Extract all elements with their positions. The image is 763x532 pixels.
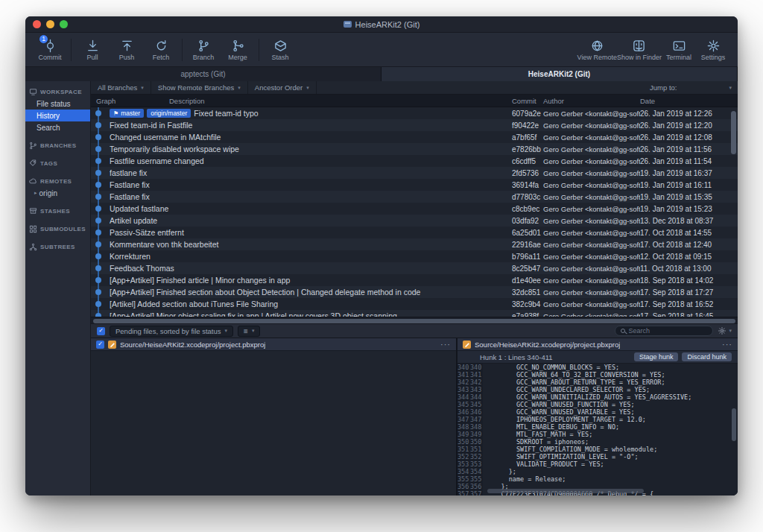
diff-line: 349 349 MTL_FAST_MATH = YES;	[458, 431, 738, 438]
commit-date: 19. Jan 2019 at 16:11	[640, 181, 738, 189]
minimize-button[interactable]	[46, 20, 54, 28]
commit-author: Gero Gerber <kontakt@gg-softw...	[543, 253, 640, 261]
terminal-icon	[672, 39, 686, 53]
terminal-button[interactable]: Terminal	[662, 34, 696, 66]
merge-button[interactable]: Merge	[221, 34, 255, 66]
commit-row[interactable]: Fixed team-id in Fastfile f90422e Gero G…	[91, 119, 738, 131]
commit-row[interactable]: Temporarily disabled workspace wipe e782…	[91, 143, 738, 155]
new-line-number: 349	[470, 431, 483, 438]
traffic-lights	[33, 20, 68, 28]
column-author[interactable]: Author	[543, 97, 564, 105]
commit-row[interactable]: [App+Artikel] Finished article | Minor c…	[91, 274, 738, 286]
stage-hunk-button[interactable]: Stage hunk	[634, 352, 679, 361]
sidebar-item-origin[interactable]: ▸ origin	[25, 187, 90, 199]
commit-row[interactable]: Feedback Thomas 8c25b47 Gero Gerber <kon…	[91, 262, 738, 274]
commit-row[interactable]: Kommentare von thk bearbeitet 22916ae Ge…	[91, 238, 738, 250]
diff-settings-button[interactable]	[718, 326, 732, 335]
sidebar-section-workspace[interactable]: WORKSPACE	[25, 86, 90, 98]
file-menu-button[interactable]: ···	[440, 340, 451, 349]
view-options-dropdown[interactable]: ≡	[238, 326, 260, 337]
subtrees-icon	[29, 243, 37, 251]
fetch-button[interactable]: Fetch	[144, 34, 178, 66]
commit-row[interactable]: Fastlane fix 36914fa Gero Gerber <kontak…	[91, 179, 738, 191]
commit-row[interactable]: Korrekturen b796a11 Gero Gerber <kontakt…	[91, 250, 738, 262]
commit-row[interactable]: Passiv-Sätze entfernt 6a25d01 Gero Gerbe…	[91, 227, 738, 238]
commit-hash: f90422e	[512, 121, 543, 130]
old-line-number: 352	[458, 453, 470, 460]
old-line-number: 357	[458, 490, 470, 495]
diff-menu-button[interactable]: ···	[722, 340, 732, 349]
modified-file-icon	[463, 341, 471, 349]
pending-files-dropdown[interactable]: Pending files, sorted by file status	[110, 326, 233, 337]
chevron-right-icon: ▸	[34, 190, 37, 196]
commit-hash: e7826bb	[512, 145, 543, 153]
show-remote-branches-dropdown[interactable]: Show Remote Branches	[151, 81, 248, 94]
sidebar-section-submodules[interactable]: SUBMODULES	[25, 224, 90, 235]
tab-apptects[interactable]: apptects (Git)	[25, 67, 382, 81]
stash-button[interactable]: Stash	[263, 34, 297, 66]
commit-author: Gero Gerber <kontakt@gg-softw...	[543, 229, 640, 237]
sidebar-item-file-status[interactable]: File status	[25, 98, 90, 110]
commit-row[interactable]: Fastfile username changed c6cdff5 Gero G…	[91, 155, 738, 167]
diff-code: GCC_WARN_UNDECLARED_SELECTOR = YES;	[483, 386, 738, 393]
sidebar-section-tags[interactable]: TAGS	[25, 158, 90, 169]
commit-row[interactable]: Artikel update 03dfa92 Gero Gerber <kont…	[91, 215, 738, 227]
sidebar-section-remotes[interactable]: REMOTES	[25, 176, 90, 187]
sidebar-section-subtrees[interactable]: SUBTREES	[25, 241, 90, 253]
commit-row[interactable]: [App+Artikel] Finished section about Obj…	[91, 286, 738, 298]
tab-heisearkit2[interactable]: HeiseARKit2 (Git)	[382, 67, 738, 81]
close-button[interactable]	[33, 20, 41, 28]
commit-author: Gero Gerber <kontakt@gg-softw...	[543, 193, 640, 201]
commit-row[interactable]: [Artikel] Added section about iTunes Fil…	[91, 298, 738, 310]
commit-message: Feedback Thomas	[110, 264, 174, 273]
diff-line: 352 352 SWIFT_OPTIMIZATION_LEVEL = "-O";	[458, 453, 738, 460]
show-in-finder-button[interactable]: Show in Finder	[617, 34, 662, 66]
sidebar-item-history[interactable]: History	[25, 110, 90, 121]
diff-file-header[interactable]: Source/HeiseARKit2.xcodeproj/project.pbx…	[458, 338, 738, 351]
column-date[interactable]: Date	[640, 97, 655, 105]
commit-row[interactable]: Fastlane fix d77803c Gero Gerber <kontak…	[91, 191, 738, 203]
file-checkbox[interactable]	[96, 341, 104, 349]
commit-message: Changed username in MAtchfile	[110, 133, 221, 142]
diff-scrollbar[interactable]	[732, 408, 736, 441]
column-description[interactable]: Description	[169, 97, 205, 105]
jump-to-dropdown[interactable]: Jump to:	[650, 83, 738, 92]
commit-list-scrollbar[interactable]	[731, 111, 736, 154]
commit-button[interactable]: 1 Commit	[33, 34, 67, 66]
column-commit[interactable]: Commit	[512, 97, 536, 105]
commit-date: 26. Jan 2019 at 12:08	[640, 133, 738, 142]
push-button[interactable]: Push	[110, 34, 144, 66]
view-remote-button[interactable]: View Remote	[577, 34, 617, 66]
pull-button[interactable]: Pull	[75, 34, 110, 66]
branch-button[interactable]: Branch	[186, 34, 221, 66]
commit-row[interactable]: [App+Artikel] Minor object scaling fix i…	[91, 310, 738, 317]
new-line-number: 355	[470, 475, 483, 483]
commit-row[interactable]: Updated fastlane c8cb9ec Gero Gerber <ko…	[91, 203, 738, 215]
column-graph[interactable]: Graph	[96, 97, 115, 105]
select-all-checkbox[interactable]	[97, 327, 105, 335]
new-line-number: 350	[470, 438, 483, 446]
discard-hunk-button[interactable]: Discard hunk	[682, 352, 732, 361]
list-view-icon: ≡	[244, 327, 248, 335]
file-list-body	[91, 351, 456, 495]
settings-button[interactable]: Settings	[696, 34, 730, 66]
all-branches-dropdown[interactable]: All Branches	[91, 81, 151, 94]
diff-line: 348 348 MTL_ENABLE_DEBUG_INFO = NO;	[458, 423, 738, 431]
sidebar-section-stashes[interactable]: STASHES	[25, 206, 90, 217]
zoom-button[interactable]	[60, 20, 68, 28]
commit-hash: d77803c	[512, 193, 543, 201]
commit-hash: d1e40ee	[512, 276, 543, 285]
commit-row[interactable]: Changed username in MAtchfile a7bf65f Ge…	[91, 131, 738, 143]
ancestor-order-dropdown[interactable]: Ancestor Order	[248, 81, 317, 94]
diff-hscrollbar[interactable]	[487, 489, 644, 493]
commit-row[interactable]: fastlane fix 2fd5736 Gero Gerber <kontak…	[91, 167, 738, 179]
graph-node-icon	[91, 262, 110, 274]
old-line-number: 340	[458, 364, 470, 371]
fetch-icon	[154, 39, 168, 53]
commit-row[interactable]: ⚑master origin/master Fixed team-id typo…	[91, 107, 738, 119]
pending-file-row[interactable]: Source/HeiseARKit2.xcodeproj/project.pbx…	[91, 338, 456, 351]
search-input[interactable]	[628, 327, 707, 335]
hscrollbar-thumb[interactable]	[93, 319, 735, 323]
sidebar-section-branches[interactable]: BRANCHES	[25, 140, 90, 151]
sidebar-item-search[interactable]: Search	[25, 121, 90, 133]
